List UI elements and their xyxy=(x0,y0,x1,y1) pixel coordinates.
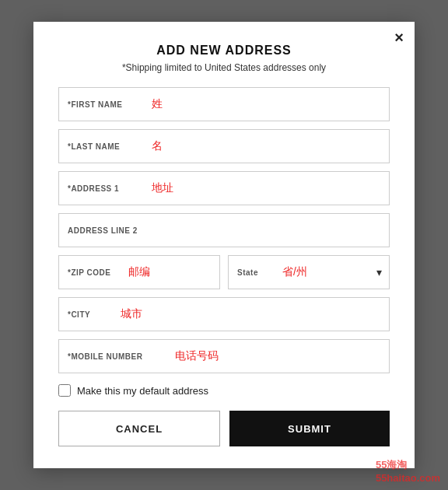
last-name-row: *LAST NAME 名 xyxy=(58,129,390,163)
cancel-button[interactable]: CANCEL xyxy=(58,411,220,446)
modal-subtitle: *Shipping limited to United States addre… xyxy=(58,62,390,73)
mobile-input[interactable] xyxy=(58,339,390,373)
default-address-checkbox[interactable] xyxy=(58,384,71,397)
default-address-label: Make this my default address xyxy=(77,385,208,397)
modal-title: ADD NEW ADDRESS xyxy=(58,44,390,58)
close-button[interactable]: × xyxy=(394,30,404,45)
zip-state-row: *ZIP CODE 邮编 ALAKAZCA COFLNYTX State 省/州… xyxy=(58,255,390,289)
first-name-input[interactable] xyxy=(58,87,390,121)
city-row: *CITY 城市 xyxy=(58,297,390,331)
address1-row: *ADDRESS 1 地址 xyxy=(58,171,390,205)
zip-input[interactable] xyxy=(58,255,220,289)
address1-input[interactable] xyxy=(58,171,390,205)
state-wrapper: ALAKAZCA COFLNYTX State 省/州 ▾ xyxy=(228,255,390,289)
address1-wrapper: *ADDRESS 1 地址 xyxy=(58,171,390,205)
submit-button[interactable]: SUBMIT xyxy=(229,411,390,446)
state-select[interactable]: ALAKAZCA COFLNYTX xyxy=(228,255,390,289)
address2-wrapper: ADDRESS LINE 2 xyxy=(58,213,390,247)
address2-row: ADDRESS LINE 2 xyxy=(58,213,390,247)
last-name-input[interactable] xyxy=(58,129,390,163)
address2-input[interactable] xyxy=(58,213,390,247)
mobile-wrapper: *MOBILE NUMBER 电话号码 xyxy=(58,339,390,373)
first-name-row: *FIRST NAME 姓 xyxy=(58,87,390,121)
default-address-row: Make this my default address xyxy=(58,384,390,397)
zip-wrapper: *ZIP CODE 邮编 xyxy=(58,255,220,289)
last-name-wrapper: *LAST NAME 名 xyxy=(58,129,390,163)
city-wrapper: *CITY 城市 xyxy=(58,297,390,331)
add-address-modal: × ADD NEW ADDRESS *Shipping limited to U… xyxy=(33,22,415,468)
mobile-row: *MOBILE NUMBER 电话号码 xyxy=(58,339,390,373)
watermark: 55海淘55haitao.com xyxy=(376,458,440,484)
city-input[interactable] xyxy=(58,297,390,331)
first-name-wrapper: *FIRST NAME 姓 xyxy=(58,87,390,121)
button-row: CANCEL SUBMIT xyxy=(58,411,390,446)
